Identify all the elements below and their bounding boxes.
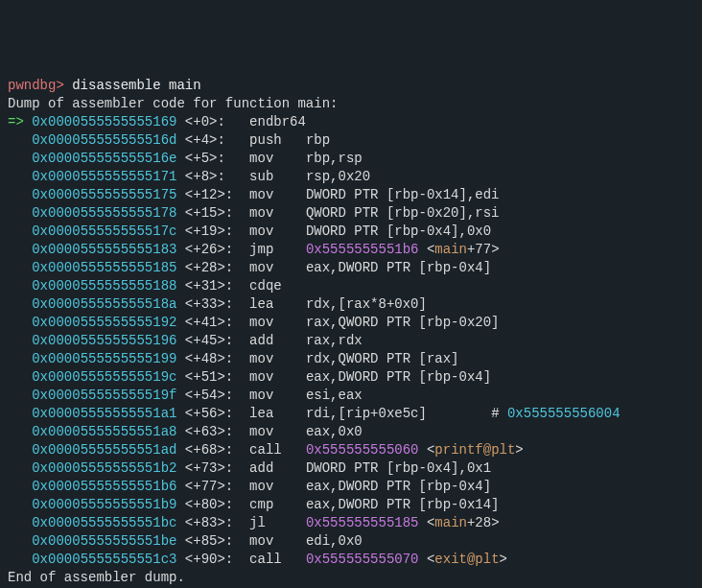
lt-bracket: < xyxy=(419,552,435,567)
instruction-address: 0x000055555555516e xyxy=(32,151,176,166)
instruction-address: 0x000055555555516d xyxy=(32,132,176,148)
instruction-address: 0x0000555555555192 xyxy=(32,315,176,330)
instruction-offset: <+26>: xyxy=(185,242,249,257)
instruction-address: 0x0000555555555196 xyxy=(32,333,176,348)
asm-line: => 0x0000555555555169 <+0>: endbr64 xyxy=(8,113,694,131)
lt-bracket: < xyxy=(419,442,435,458)
asm-line: 0x0000555555555175 <+12>: mov DWORD PTR … xyxy=(8,186,694,204)
lt-bracket: < xyxy=(419,242,435,257)
instruction-address: 0x00005555555551bc xyxy=(32,515,176,530)
prompt[interactable]: pwndbg> xyxy=(8,78,64,93)
ref-address: 0x5555555551b6 xyxy=(306,242,419,257)
lt-bracket: < xyxy=(419,515,435,530)
asm-line: 0x000055555555516d <+4>: push rbp xyxy=(8,131,694,150)
instruction-offset: <+48>: xyxy=(185,351,249,366)
instruction-offset: <+63>: xyxy=(185,424,249,439)
asm-line: 0x0000555555555178 <+15>: mov QWORD PTR … xyxy=(8,204,694,223)
asm-line: 0x0000555555555188 <+31>: cdqe xyxy=(8,277,694,295)
instruction-address: 0x000055555555518a xyxy=(32,296,176,312)
instruction-offset: <+80>: xyxy=(185,497,249,512)
instruction: mov QWORD PTR [rbp-0x20],rsi xyxy=(249,205,499,221)
asm-line: 0x000055555555517c <+19>: mov DWORD PTR … xyxy=(8,223,694,241)
instruction-address: 0x000055555555519f xyxy=(32,388,176,403)
asm-line: 0x000055555555518a <+33>: lea rdx,[rax*8… xyxy=(8,295,694,314)
instruction: add DWORD PTR [rbp-0x4],0x1 xyxy=(249,460,491,476)
instruction-offset: <+73>: xyxy=(185,460,249,476)
ref-address: 0x555555555185 xyxy=(306,515,419,530)
instruction-offset: <+8>: xyxy=(185,169,249,184)
instruction-offset: <+19>: xyxy=(185,223,249,239)
instruction-offset: <+4>: xyxy=(185,132,249,148)
asm-line: 0x000055555555516e <+5>: mov rbp,rsp xyxy=(8,150,694,168)
instruction-offset: <+68>: xyxy=(185,442,249,458)
dump-header: Dump of assembler code for function main… xyxy=(8,95,694,113)
instruction: endbr64 xyxy=(249,114,306,129)
instruction: mov rax,QWORD PTR [rbp-0x20] xyxy=(249,315,499,330)
instruction-offset: <+51>: xyxy=(185,369,249,385)
asm-line: 0x000055555555519f <+54>: mov esi,eax xyxy=(8,387,694,405)
ref-symbol: printf@plt xyxy=(434,442,515,458)
asm-line: 0x0000555555555199 <+48>: mov rdx,QWORD … xyxy=(8,350,694,368)
asm-line: 0x00005555555551be <+85>: mov edi,0x0 xyxy=(8,532,694,551)
command-disassemble[interactable]: disassemble main xyxy=(72,78,200,93)
instruction-address: 0x000055555555517c xyxy=(32,223,176,239)
instruction-address: 0x00005555555551b6 xyxy=(32,479,176,494)
instruction: mov eax,DWORD PTR [rbp-0x4] xyxy=(249,479,491,494)
instruction-address: 0x0000555555555171 xyxy=(32,169,176,184)
instruction-address: 0x0000555555555169 xyxy=(32,114,176,129)
instruction-offset: <+0>: xyxy=(185,114,249,129)
instruction: jl xyxy=(249,515,306,530)
instruction-offset: <+33>: xyxy=(185,296,249,312)
instruction-address: 0x0000555555555185 xyxy=(32,260,176,275)
asm-line: 0x00005555555551c3 <+90>: call 0x5555555… xyxy=(8,551,694,569)
instruction-address: 0x000055555555519c xyxy=(32,369,176,385)
instruction-address: 0x00005555555551be xyxy=(32,533,176,549)
instruction-address: 0x0000555555555178 xyxy=(32,205,176,221)
ref-symbol: main xyxy=(434,515,467,530)
ref-offset: +77> xyxy=(467,242,500,257)
dump-footer: End of assembler dump. xyxy=(8,569,694,587)
instruction: cdqe xyxy=(249,278,282,294)
instruction-offset: <+41>: xyxy=(185,315,249,330)
instruction: call xyxy=(249,442,306,458)
ref-address: 0x555555556004 xyxy=(507,406,620,421)
instruction: mov eax,DWORD PTR [rbp-0x4] xyxy=(249,369,491,385)
instruction-offset: <+45>: xyxy=(185,333,249,348)
instruction: mov DWORD PTR [rbp-0x4],0x0 xyxy=(249,223,491,239)
terminal: pwndbg> disassemble mainDump of assemble… xyxy=(8,77,694,588)
asm-line: 0x000055555555519c <+51>: mov eax,DWORD … xyxy=(8,368,694,387)
instruction-address: 0x00005555555551ad xyxy=(32,442,176,458)
asm-line: 0x00005555555551bc <+83>: jl 0x555555555… xyxy=(8,514,694,532)
instruction-offset: <+83>: xyxy=(185,515,249,530)
asm-line: 0x00005555555551b2 <+73>: add DWORD PTR … xyxy=(8,459,694,478)
ref-symbol: exit@plt xyxy=(434,552,499,567)
asm-line: 0x00005555555551a8 <+63>: mov eax,0x0 xyxy=(8,423,694,441)
instruction-offset: <+31>: xyxy=(185,278,249,294)
ref-offset: > xyxy=(515,442,523,458)
ref-address: 0x555555555070 xyxy=(306,552,419,567)
instruction: mov esi,eax xyxy=(249,388,363,403)
instruction-offset: <+85>: xyxy=(185,533,249,549)
asm-line: 0x00005555555551a1 <+56>: lea rdi,[rip+0… xyxy=(8,405,694,423)
asm-line: 0x0000555555555192 <+41>: mov rax,QWORD … xyxy=(8,314,694,332)
current-instruction-marker: => xyxy=(8,114,32,129)
instruction-offset: <+77>: xyxy=(185,479,249,494)
instruction: mov eax,0x0 xyxy=(249,424,363,439)
asm-line: 0x0000555555555183 <+26>: jmp 0x55555555… xyxy=(8,241,694,259)
asm-line: 0x00005555555551b6 <+77>: mov eax,DWORD … xyxy=(8,478,694,496)
instruction: lea rdx,[rax*8+0x0] xyxy=(249,296,427,312)
asm-line: 0x0000555555555196 <+45>: add rax,rdx xyxy=(8,332,694,350)
ref-offset: > xyxy=(500,552,507,567)
asm-line: 0x00005555555551ad <+68>: call 0x5555555… xyxy=(8,441,694,459)
instruction: jmp xyxy=(249,242,306,257)
asm-line: 0x0000555555555171 <+8>: sub rsp,0x20 xyxy=(8,168,694,186)
instruction-offset: <+56>: xyxy=(185,406,249,421)
instruction-address: 0x0000555555555188 xyxy=(32,278,176,294)
instruction-address: 0x0000555555555183 xyxy=(32,242,176,257)
instruction-offset: <+54>: xyxy=(185,388,249,403)
instruction: lea rdi,[rip+0xe5c] xyxy=(249,406,491,421)
comment-marker: # xyxy=(491,406,507,421)
instruction: add rax,rdx xyxy=(249,333,363,348)
instruction-address: 0x0000555555555199 xyxy=(32,351,176,366)
instruction: sub rsp,0x20 xyxy=(249,169,370,184)
